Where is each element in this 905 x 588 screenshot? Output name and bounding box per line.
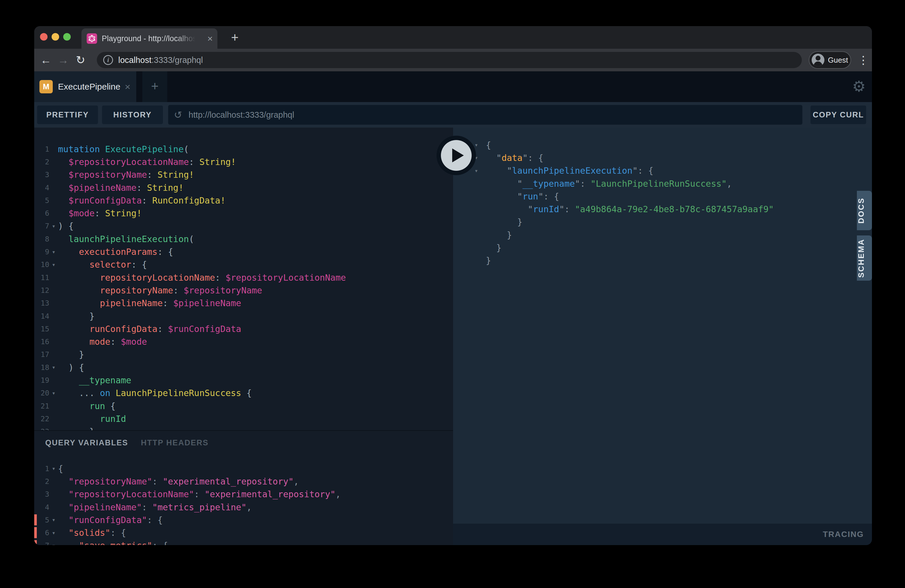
close-window-button[interactable] <box>40 33 48 41</box>
schema-side-tab[interactable]: SCHEMA <box>857 235 872 281</box>
history-button[interactable]: HISTORY <box>102 105 163 124</box>
reset-endpoint-icon[interactable]: ↺ <box>174 109 183 121</box>
code-line: } <box>453 241 872 254</box>
code-line: 8 launchPipelineExecution( <box>34 232 453 245</box>
fold-arrow-icon[interactable]: ▾ <box>49 542 58 545</box>
fold-arrow-icon[interactable]: ▾ <box>471 167 481 174</box>
docs-side-tab[interactable]: DOCS <box>857 191 872 230</box>
error-marker <box>34 527 37 538</box>
maximize-window-button[interactable] <box>63 33 71 41</box>
line-number: 4 <box>34 184 49 192</box>
profile-chip[interactable]: Guest <box>809 51 851 69</box>
response-pane: ▾{▾ "data": {▾ "launchPipelineExecution"… <box>453 127 872 524</box>
settings-gear-icon[interactable]: ⚙ <box>849 75 869 97</box>
prettify-button[interactable]: PRETTIFY <box>37 105 98 124</box>
reload-icon[interactable]: ↻ <box>72 54 89 67</box>
playground-new-tab-button[interactable]: + <box>142 72 167 102</box>
code-line: 9▾ executionParams: { <box>34 245 453 258</box>
code-line: 4 $pipelineName: String! <box>34 181 453 194</box>
forward-icon[interactable]: → <box>54 54 72 67</box>
error-marker <box>34 514 37 525</box>
line-number: 1 <box>34 145 49 153</box>
fold-arrow-icon[interactable]: ▾ <box>49 222 58 230</box>
line-number: 21 <box>34 402 49 410</box>
line-number: 13 <box>34 299 49 307</box>
tab-query-variables[interactable]: QUERY VARIABLES <box>45 439 128 447</box>
fold-arrow-icon[interactable]: ▾ <box>49 248 58 256</box>
browser-tab-close-icon[interactable]: × <box>207 34 213 43</box>
code-line: 23 } <box>34 425 453 430</box>
line-number: 9 <box>34 248 49 256</box>
code-line: ▾ "launchPipelineExecution": { <box>453 164 872 177</box>
code-line: 11 repositoryLocationName: $repositoryLo… <box>34 271 453 284</box>
line-number: 5 <box>34 196 49 205</box>
tab-http-headers[interactable]: HTTP HEADERS <box>141 439 209 447</box>
line-number: 3 <box>34 170 49 179</box>
url-path: :3333/graphql <box>151 56 203 65</box>
code-line: 4 "pipelineName": "metrics_pipeline", <box>34 501 453 513</box>
fold-arrow-icon[interactable]: ▾ <box>49 529 58 536</box>
line-number: 12 <box>34 286 49 295</box>
code-line: } <box>453 216 872 229</box>
code-line: "run": { <box>453 190 872 203</box>
site-info-icon[interactable]: i <box>103 55 113 65</box>
code-line: 7▾ "save_metrics": { <box>34 539 453 545</box>
code-line: 20▾ ... on LaunchPipelineRunSuccess { <box>34 387 453 399</box>
code-line: 3 $repositoryName: String! <box>34 168 453 181</box>
code-line: 3 "repositoryLocationName": "experimenta… <box>34 488 453 501</box>
variables-editor[interactable]: 1▾{2 "repositoryName": "experimental_rep… <box>34 462 453 545</box>
line-number: 6 <box>34 209 49 218</box>
line-number: 8 <box>34 235 49 243</box>
code-line: 5▾ "runConfigData": { <box>34 513 453 526</box>
code-line: 19 __typename <box>34 374 453 386</box>
mutation-badge: M <box>40 80 53 93</box>
code-line: ▾{ <box>453 138 872 151</box>
line-number: 11 <box>34 273 49 282</box>
browser-tabstrip: Playground - http://localhost:333 × + <box>34 26 872 49</box>
line-number: 10 <box>34 261 49 269</box>
playground-tabstrip: M ExecutePipeline × + ⚙ <box>34 72 872 102</box>
minimize-window-button[interactable] <box>52 33 59 41</box>
fold-arrow-icon[interactable]: ▾ <box>49 516 58 523</box>
fold-arrow-icon[interactable]: ▾ <box>49 261 58 268</box>
code-line: 18▾ ) { <box>34 361 453 374</box>
tracing-label[interactable]: TRACING <box>822 530 864 539</box>
line-number: 3 <box>34 490 49 498</box>
fold-arrow-icon[interactable]: ▾ <box>49 390 58 397</box>
code-line: 6▾ "solids": { <box>34 526 453 539</box>
execute-button[interactable] <box>437 136 476 175</box>
code-line: 12 repositoryName: $repositoryName <box>34 284 453 297</box>
line-number: 2 <box>34 477 49 486</box>
line-number: 22 <box>34 415 49 423</box>
line-number: 23 <box>34 427 49 430</box>
code-line: 2 "repositoryName": "experimental_reposi… <box>34 475 453 488</box>
browser-tab[interactable]: Playground - http://localhost:333 × <box>81 29 218 49</box>
tracing-footer: TRACING <box>453 524 872 545</box>
address-bar[interactable]: i localhost:3333/graphql <box>97 52 802 68</box>
fold-arrow-icon[interactable]: ▾ <box>49 465 58 472</box>
back-icon[interactable]: ← <box>37 54 54 67</box>
browser-window: Playground - http://localhost:333 × + ← … <box>34 26 872 545</box>
browser-toolbar: ← → ↻ i localhost:3333/graphql Guest ⋮ <box>34 49 872 72</box>
error-marker <box>34 540 37 545</box>
code-line: 13 pipelineName: $pipelineName <box>34 297 453 310</box>
copy-curl-button[interactable]: COPY CURL <box>810 105 866 124</box>
line-number: 14 <box>34 312 49 320</box>
new-tab-button[interactable]: + <box>227 30 242 45</box>
playground-tab-title: ExecutePipeline <box>58 82 120 92</box>
browser-menu-icon[interactable]: ⋮ <box>857 53 870 67</box>
code-line: 17 } <box>34 348 453 361</box>
query-editor[interactable]: 1mutation ExecutePipeline(2 $repositoryL… <box>34 127 453 430</box>
endpoint-url: http://localhost:3333/graphql <box>189 110 294 120</box>
fold-arrow-icon[interactable]: ▾ <box>49 364 58 371</box>
profile-avatar-icon <box>812 54 824 67</box>
endpoint-input[interactable]: ↺ http://localhost:3333/graphql <box>168 105 802 125</box>
playground-tab-executepipeline[interactable]: M ExecutePipeline × <box>34 72 136 102</box>
line-number: 1 <box>34 464 49 473</box>
playground-tab-close-icon[interactable]: × <box>125 81 130 92</box>
editor-pane: 1mutation ExecutePipeline(2 $repositoryL… <box>34 127 453 545</box>
line-number: 15 <box>34 325 49 333</box>
code-line: 5 $runConfigData: RunConfigData! <box>34 194 453 207</box>
line-number: 7 <box>34 222 49 230</box>
line-number: 4 <box>34 503 49 512</box>
